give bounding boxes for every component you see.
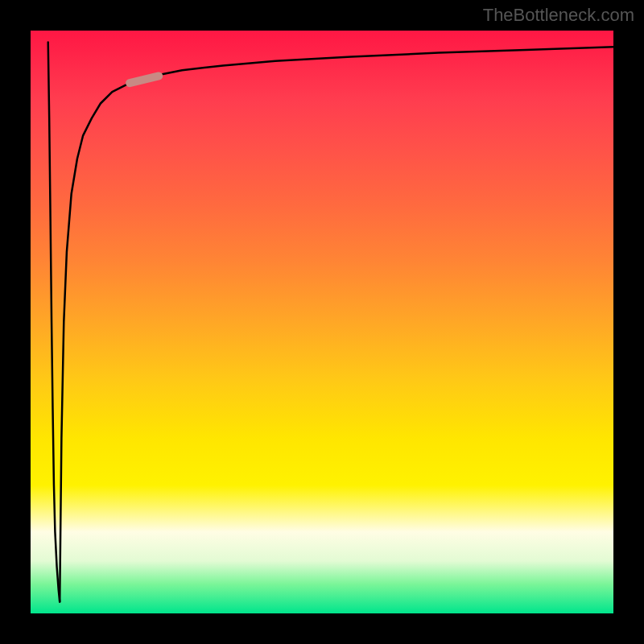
marker-segment [130, 76, 159, 83]
watermark-text: TheBottleneck.com [483, 5, 634, 26]
chart-area [31, 31, 613, 613]
curve-path-up [60, 47, 613, 601]
curve-svg [31, 31, 613, 613]
curve-path-down [48, 42, 60, 601]
